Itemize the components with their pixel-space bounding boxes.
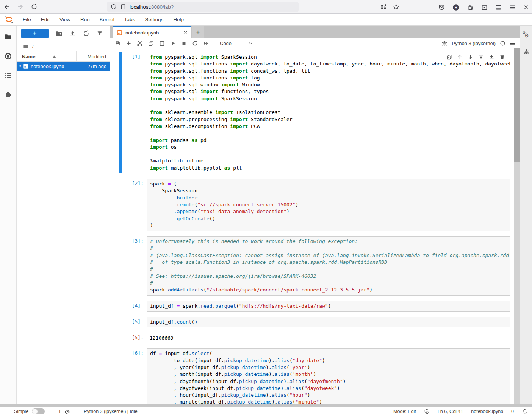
code-line[interactable]: df = input_df.select( [150, 350, 510, 357]
cell-editor[interactable]: from pyspark.sql import SparkSessionfrom… [147, 52, 510, 173]
code-line[interactable]: .appName("taxi-data-anomaly-detection") [150, 208, 510, 215]
back-icon[interactable] [4, 4, 10, 10]
breadcrumb-root[interactable]: / [32, 44, 34, 49]
code-line[interactable]: input_df = spark.read.parquet("hdfs://hd… [150, 303, 510, 310]
kernel-name[interactable]: Python 3 (ipykernel) [452, 41, 496, 46]
screenshot-grid-icon[interactable] [380, 4, 387, 10]
kernel-status-text[interactable]: Python 3 (ipykernel) | Idle [84, 409, 138, 414]
code-line[interactable]: , month(input_df.pickup_datetime).alias(… [150, 371, 510, 378]
kernel-status-icon[interactable] [500, 41, 505, 46]
code-line[interactable]: import os [150, 144, 510, 151]
cell-collapser[interactable] [119, 348, 122, 404]
code-line[interactable]: .builder [150, 195, 510, 201]
bookmark-star-icon[interactable] [393, 4, 399, 10]
file-browser-tab-icon[interactable] [5, 33, 12, 41]
code-line[interactable]: SparkSession [150, 187, 510, 194]
output-area[interactable]: [5]:12106669 [110, 333, 514, 343]
code-line[interactable]: from pyspark.sql.functions import dayofw… [150, 61, 510, 67]
code-line[interactable]: # See: https://issues.apache.org/jira/br… [150, 273, 510, 280]
menu-edit[interactable]: Edit [36, 14, 55, 25]
forward-icon[interactable] [17, 4, 23, 10]
notebook-scrollbar[interactable] [514, 48, 520, 404]
code-line[interactable]: import pandas as pd [150, 137, 510, 144]
move-cell-up-icon[interactable] [457, 54, 463, 60]
code-line[interactable]: # [150, 266, 510, 273]
tab-close-icon[interactable] [183, 30, 188, 35]
menu-file[interactable]: File [18, 14, 36, 25]
menu-view[interactable]: View [55, 14, 75, 25]
code-line[interactable]: %matplotlib inline [150, 157, 510, 164]
scrollbar-thumb[interactable] [514, 48, 520, 162]
code-cell[interactable]: [5]:input_df.count() [110, 317, 514, 327]
code-line[interactable]: , minute(input_df.pickup_datetime).alias… [150, 399, 510, 404]
cell-type-select[interactable]: Code [220, 41, 253, 46]
code-cell[interactable]: [3]:# Unfortunately this is needed to wo… [110, 236, 514, 295]
menu-run[interactable]: Run [75, 14, 95, 25]
menu-kernel[interactable]: Kernel [95, 14, 119, 25]
cell-collapser[interactable] [119, 52, 122, 173]
cell-collapser[interactable] [119, 317, 122, 327]
file-row-notebook[interactable]: • notebook.ipynb 27m ago [17, 62, 110, 71]
code-line[interactable]: # [150, 245, 510, 252]
menu-settings[interactable]: Settings [140, 14, 168, 25]
run-cell-icon[interactable] [170, 41, 176, 46]
trust-shield-icon[interactable] [424, 409, 430, 414]
cursor-position[interactable]: Ln 6, Col 41 [438, 409, 463, 414]
code-line[interactable]: # [150, 280, 510, 287]
cell-editor[interactable]: df = input_df.select( to_date(input_df.p… [147, 348, 510, 404]
code-line[interactable]: to_date(input_df.pickup_datetime).alias(… [150, 357, 510, 364]
code-line[interactable] [150, 151, 510, 157]
code-line[interactable] [150, 130, 510, 137]
menu-hamburger-icon[interactable] [509, 4, 516, 11]
command-mode-indicator[interactable]: Mode: Edit [393, 409, 416, 414]
column-header-name[interactable]: Name [17, 51, 77, 61]
cell-editor[interactable]: input_df = spark.read.parquet("hdfs://hd… [147, 301, 510, 312]
add-cell-icon[interactable] [126, 41, 131, 46]
notification-count[interactable]: 0 [511, 409, 514, 414]
save-icon[interactable] [115, 41, 120, 46]
debugger-sidebar-icon[interactable] [523, 48, 529, 55]
insert-cell-above-icon[interactable] [478, 54, 484, 60]
new-launcher-button[interactable]: + [21, 29, 49, 38]
cell-collapser[interactable] [119, 301, 122, 312]
move-cell-down-icon[interactable] [468, 54, 473, 60]
kernel-session-count[interactable]: 1 [58, 409, 61, 414]
code-line[interactable]: input_df.count() [150, 319, 510, 326]
column-header-modified[interactable]: Modified [77, 54, 110, 59]
shield-permissions-icon[interactable] [111, 4, 117, 10]
new-folder-icon[interactable] [56, 30, 62, 37]
code-line[interactable]: # java.lang.ClassCastException: cannot a… [150, 252, 510, 259]
library-icon[interactable] [481, 4, 488, 11]
code-line[interactable]: from pyspark.sql.functions import lag [150, 75, 510, 81]
extension-manager-icon[interactable] [5, 91, 12, 98]
code-line[interactable]: , dayofweek(input_df.pickup_datetime).al… [150, 385, 510, 392]
code-cell[interactable]: [1]:from pyspark.sql import SparkSession… [110, 52, 514, 173]
tab-notebook[interactable]: notebook.ipynb [113, 26, 191, 38]
toolbar-overflow-icon[interactable] [510, 41, 515, 46]
code-line[interactable]: .getOrCreate() [150, 215, 510, 222]
account-avatar[interactable]: R [452, 4, 460, 11]
code-line[interactable]: from sklearn.decomposition import PCA [150, 123, 510, 130]
url-bar[interactable]: localhost:8080/lab? [107, 2, 299, 12]
delete-cell-icon[interactable] [499, 54, 505, 60]
code-line[interactable]: # Unfortunately this is needed to work a… [150, 238, 510, 245]
code-line[interactable]: ) [150, 222, 510, 229]
filter-icon[interactable] [97, 30, 103, 37]
restart-kernel-icon[interactable] [192, 41, 198, 46]
menu-tabs[interactable]: Tabs [119, 14, 140, 25]
new-tab-button[interactable]: + [192, 26, 204, 38]
code-line[interactable]: spark.addArtifacts("/stackable/spark/con… [150, 287, 510, 293]
code-line[interactable]: spark = ( [150, 181, 510, 187]
code-line[interactable]: , year(input_df.pickup_datetime).alias('… [150, 364, 510, 371]
bell-icon[interactable] [522, 409, 527, 414]
cell-collapser[interactable] [119, 179, 122, 231]
code-line[interactable]: from pyspark.sql.functions import concat… [150, 68, 510, 75]
cell-collapser[interactable] [119, 333, 122, 343]
menu-help[interactable]: Help [168, 14, 189, 25]
cut-cells-icon[interactable] [137, 40, 143, 46]
debugger-icon[interactable] [441, 40, 448, 46]
property-inspector-icon[interactable]: ⚙⚙ [523, 32, 530, 39]
sidebar-toggle-icon[interactable] [495, 4, 502, 11]
reload-icon[interactable] [31, 4, 37, 10]
page-info-icon[interactable] [120, 4, 126, 10]
